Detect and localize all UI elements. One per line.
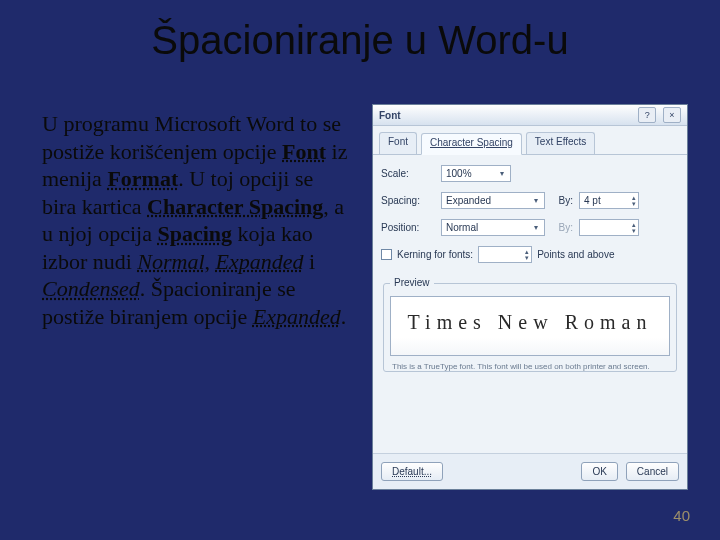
position-by-label: By: [551,222,573,233]
ok-button[interactable]: OK [581,462,617,481]
scale-value: 100% [446,168,472,179]
preview-box: Times New Roman [390,296,670,356]
body-run: , [205,249,216,274]
dialog-titlebar: Font ? × [373,105,687,126]
tab-font[interactable]: Font [379,132,417,154]
kerning-label: Kerning for fonts: [397,249,473,260]
spacing-by-label: By: [551,195,573,206]
chevron-down-icon: ▾ [530,222,542,234]
scale-label: Scale: [381,168,435,179]
spinner-arrows-icon: ▴▾ [525,249,529,261]
body-font-word: Font [282,139,326,164]
dialog-tabs: Font Character Spacing Text Effects [373,126,687,155]
position-value: Normal [446,222,478,233]
kerning-checkbox[interactable] [381,249,392,260]
spacing-by-spinner[interactable]: 4 pt ▴▾ [579,192,639,209]
chevron-down-icon: ▾ [530,195,542,207]
body-run: . [341,304,347,329]
font-dialog: Font ? × Font Character Spacing Text Eff… [372,104,688,490]
chevron-down-icon: ▾ [496,168,508,180]
cancel-button[interactable]: Cancel [626,462,679,481]
body-spacing-word: Spacing [157,221,232,246]
tab-text-effects[interactable]: Text Effects [526,132,596,154]
spacing-label: Spacing: [381,195,435,206]
preview-sample-text: Times New Roman [408,311,653,334]
position-combo[interactable]: Normal ▾ [441,219,545,236]
position-by-spinner[interactable]: ▴▾ [579,219,639,236]
body-condensed-word: Condensed [42,276,140,301]
body-format-word: Format [107,166,178,191]
page-number: 40 [673,507,690,524]
preview-group: Preview Times New Roman This is a TrueTy… [383,283,677,372]
kerning-suffix: Points and above [537,249,614,260]
slide-title: Špacioniranje u Word-u [0,18,720,63]
dialog-bottom-bar: Default... OK Cancel [373,453,687,489]
spacing-value: Expanded [446,195,491,206]
slide-body: U programu Microsoft Word to se postiže … [42,110,350,330]
dialog-panel: Scale: 100% ▾ Spacing: Expanded ▾ By: 4 … [373,155,687,372]
body-run: i [304,249,316,274]
tab-character-spacing[interactable]: Character Spacing [421,133,522,155]
body-charspacing-word: Character Spacing [147,194,323,219]
help-button[interactable]: ? [638,107,656,123]
body-expanded-word-2: Expanded [253,304,341,329]
scale-combo[interactable]: 100% ▾ [441,165,511,182]
dialog-title: Font [379,110,401,121]
body-expanded-word: Expanded [216,249,304,274]
position-label: Position: [381,222,435,233]
default-button[interactable]: Default... [381,462,443,481]
spacing-by-value: 4 pt [584,195,601,206]
close-button[interactable]: × [663,107,681,123]
spinner-arrows-icon: ▴▾ [632,222,636,234]
preview-legend: Preview [390,277,434,288]
spinner-arrows-icon: ▴▾ [632,195,636,207]
kerning-points-spinner[interactable]: ▴▾ [478,246,532,263]
body-normal-word: Normal [137,249,204,274]
spacing-combo[interactable]: Expanded ▾ [441,192,545,209]
preview-note: This is a TrueType font. This font will … [392,362,668,371]
